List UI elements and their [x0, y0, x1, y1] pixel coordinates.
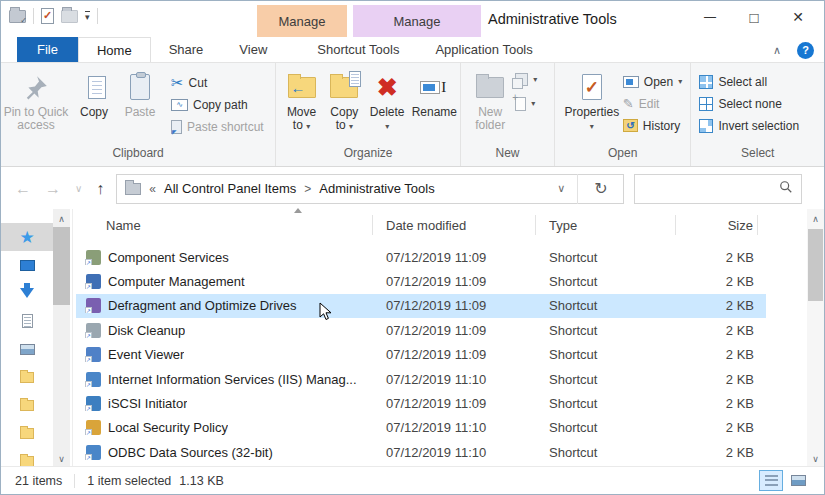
column-header-type[interactable]: Type [536, 215, 676, 235]
group-label-new: New [461, 146, 554, 166]
new-item-button[interactable]: ▾ [515, 95, 537, 112]
tab-view[interactable]: View [221, 37, 285, 62]
navigation-pane-scrollbar[interactable]: ∧ ∨ [53, 209, 70, 468]
sidebar-item-downloads[interactable] [1, 279, 53, 307]
copy-button[interactable]: Copy [71, 66, 117, 119]
easy-access-button[interactable]: ▾ [515, 71, 537, 88]
back-icon[interactable]: ← [15, 180, 31, 198]
sidebar-item-folder-3[interactable] [1, 419, 53, 447]
breadcrumb-separator[interactable]: > [304, 182, 311, 196]
select-none-button[interactable]: Select none [699, 95, 799, 112]
maximize-button[interactable] [732, 1, 776, 33]
invert-selection-icon [699, 119, 713, 133]
copy-to-button[interactable]: Copy to ▾ [323, 66, 366, 133]
move-to-button[interactable]: ← Move to ▾ [280, 66, 323, 133]
properties-button[interactable]: Properties ▾ [561, 66, 623, 133]
address-dropdown-chevron-icon[interactable]: ∨ [545, 182, 577, 195]
tab-file[interactable]: File [17, 37, 78, 62]
help-icon[interactable]: ? [797, 42, 814, 59]
new-folder-qat-icon[interactable] [61, 10, 78, 23]
ribbon-group-open: Properties ▾ Open▾ ✎ Edit ↺ History [555, 63, 692, 166]
shortcut-tools-manage-header: Manage [257, 5, 347, 37]
sidebar-item-pictures[interactable] [1, 335, 53, 363]
pin-to-quick-access-button[interactable]: Pin to Quick access [1, 66, 71, 132]
edit-button[interactable]: ✎ Edit [623, 95, 682, 112]
scrollbar-thumb[interactable] [53, 227, 70, 305]
recent-locations-chevron-icon[interactable]: ∨ [75, 183, 82, 194]
tab-share[interactable]: Share [151, 37, 222, 62]
ribbon-tab-row: File Home Share View Shortcut Tools Appl… [1, 37, 824, 63]
file-row[interactable]: ↗ Local Security Policy 07/12/2019 11:10… [76, 416, 766, 440]
large-icons-view-icon [791, 475, 806, 486]
new-folder-button[interactable]: New folder [465, 66, 515, 132]
minimize-button[interactable] [688, 1, 732, 33]
scrollbar-thumb[interactable] [808, 229, 823, 301]
select-all-button[interactable]: Select all [699, 73, 799, 90]
sidebar-item-folder-2[interactable] [1, 391, 53, 419]
divider [33, 8, 34, 24]
forward-icon[interactable]: → [45, 180, 61, 198]
column-header-date-modified[interactable]: Date modified [373, 215, 536, 235]
sidebar-item-this-pc[interactable] [1, 251, 53, 279]
collapse-ribbon-icon[interactable]: ∧ [773, 44, 781, 57]
search-icon[interactable] [779, 180, 793, 198]
delete-button[interactable]: ✖ Delete ▾ [366, 66, 409, 133]
scroll-down-icon[interactable]: ∨ [53, 450, 70, 467]
breadcrumb-administrative-tools[interactable]: Administrative Tools [319, 181, 434, 196]
tab-home[interactable]: Home [78, 37, 151, 62]
column-header-size[interactable]: Size [676, 215, 758, 235]
paste-button[interactable]: Paste [117, 66, 163, 119]
file-row[interactable]: ↗ Disk Cleanup 07/12/2019 11:09 Shortcut… [76, 318, 766, 342]
sidebar-item-documents[interactable] [1, 307, 53, 335]
new-folder-icon [476, 77, 504, 98]
file-name: Local Security Policy [108, 420, 228, 435]
group-label-open: Open [555, 146, 691, 166]
file-list-scrollbar[interactable]: ∧ ∨ [807, 209, 824, 468]
sidebar-item-folder-1[interactable] [1, 363, 53, 391]
invert-selection-button[interactable]: Invert selection [699, 117, 799, 134]
history-button[interactable]: ↺ History [623, 117, 682, 134]
rename-button[interactable]: I Rename [409, 66, 461, 119]
refresh-icon[interactable]: ↻ [577, 174, 623, 204]
close-button[interactable] [776, 1, 820, 33]
scroll-up-icon[interactable]: ∧ [807, 210, 824, 227]
file-size: 2 KB [676, 250, 758, 265]
column-header-name[interactable]: Name [76, 215, 373, 235]
tab-application-tools[interactable]: Application Tools [417, 37, 550, 62]
file-row[interactable]: ↗ Defragment and Optimize Drives 07/12/2… [76, 294, 766, 318]
file-row[interactable]: ↗ Computer Management 07/12/2019 11:09 S… [76, 269, 766, 293]
file-row[interactable]: ↗ Internet Information Services (IIS) Ma… [76, 367, 766, 391]
customize-toolbar-chevron-icon[interactable]: ▾ [85, 11, 90, 21]
file-type: Shortcut [536, 396, 676, 411]
copy-path-button[interactable]: ∿ Copy path [171, 96, 264, 113]
ribbon-group-new: New folder ▾ ▾ New [461, 63, 555, 166]
file-row[interactable]: ↗ Component Services 07/12/2019 11:09 Sh… [76, 245, 766, 269]
copy-to-icon [330, 77, 358, 98]
sidebar-item-quick-access[interactable] [1, 223, 53, 251]
large-icons-view-button[interactable] [786, 470, 810, 491]
tab-shortcut-tools[interactable]: Shortcut Tools [299, 37, 417, 62]
file-row[interactable]: ↗ Event Viewer 07/12/2019 11:09 Shortcut… [76, 343, 766, 367]
paste-shortcut-button[interactable]: Paste shortcut [171, 118, 264, 135]
picture-icon [20, 344, 35, 355]
file-date-modified: 07/12/2019 11:10 [373, 445, 536, 460]
group-label-organize: Organize [276, 146, 460, 166]
file-name: iSCSI Initiator [108, 396, 187, 411]
up-icon[interactable]: ↑ [96, 180, 104, 198]
breadcrumb-root-chevrons[interactable]: « [149, 182, 156, 196]
folder-properties-icon[interactable] [9, 10, 26, 23]
scroll-down-icon[interactable]: ∨ [807, 450, 824, 467]
file-row[interactable]: ↗ ODBC Data Sources (32-bit) 07/12/2019 … [76, 440, 766, 464]
edit-pencil-icon: ✎ [623, 96, 634, 111]
content-area: ∧ ∨ Name Date modified Type Size ↗ Compo… [1, 209, 824, 468]
open-button[interactable]: Open▾ [623, 73, 682, 90]
details-view-button[interactable] [759, 470, 783, 491]
document-icon [22, 314, 33, 328]
address-bar[interactable]: « All Control Panel Items > Administrati… [116, 174, 624, 204]
scroll-up-icon[interactable]: ∧ [53, 210, 70, 227]
file-row[interactable]: ↗ iSCSI Initiator 07/12/2019 11:09 Short… [76, 391, 766, 415]
properties-check-icon[interactable] [41, 8, 54, 24]
search-input[interactable] [635, 181, 779, 196]
breadcrumb-all-control-panel-items[interactable]: All Control Panel Items [164, 181, 296, 196]
cut-button[interactable]: ✂ Cut [171, 74, 264, 91]
